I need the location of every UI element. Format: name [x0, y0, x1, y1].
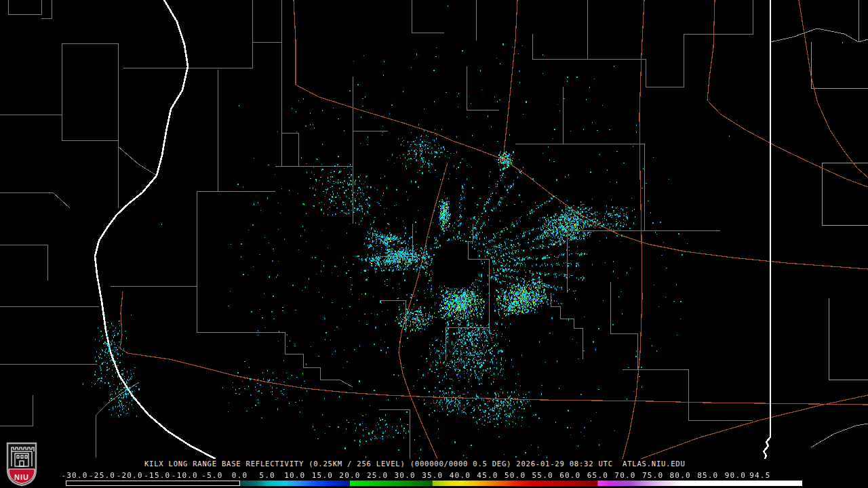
map-line	[285, 332, 353, 387]
map-line	[646, 0, 753, 87]
colorbar-gradient	[240, 481, 802, 486]
colorbar-tick-label: 35.0	[422, 471, 443, 480]
map-line	[399, 163, 448, 459]
colorbar-tick-label: -30.0	[61, 471, 87, 480]
map-line	[829, 298, 868, 380]
map-line	[799, 0, 868, 178]
map-line	[8, 0, 41, 14]
map-line	[811, 424, 868, 447]
map-line	[95, 0, 216, 459]
map-line	[610, 282, 637, 333]
map-line	[281, 133, 298, 166]
colorbar-tick-label: 45.0	[477, 471, 498, 480]
colorbar-tick-label: 20.0	[339, 471, 360, 480]
colorbar-tick-label: 15.0	[312, 471, 333, 480]
colorbar-tick-label: -15.0	[144, 471, 170, 480]
colorbar-tick-label: -10.0	[172, 471, 198, 480]
map-line	[623, 369, 753, 420]
colorbar-scale-labels: -30.0-25.0-20.0-15.0-10.0-5.00.05.010.01…	[0, 471, 868, 479]
map-line	[623, 0, 644, 459]
map-line	[770, 28, 868, 42]
colorbar-tick-label: 5.0	[259, 471, 275, 480]
map-line	[551, 293, 583, 359]
map-line	[120, 291, 868, 405]
map-line	[468, 224, 489, 259]
base-map	[0, 0, 868, 459]
map-line	[380, 300, 406, 332]
colorbar-tick-label: -20.0	[117, 471, 143, 480]
colorbar-tick-label: 75.0	[642, 471, 663, 480]
county-borders	[0, 0, 753, 459]
map-line	[0, 395, 33, 426]
map-line	[197, 286, 285, 332]
map-line	[811, 42, 868, 88]
colorbar-tick-label: -25.0	[89, 471, 115, 480]
highway-lines	[120, 0, 868, 459]
colorbar-tick-label: 40.0	[450, 471, 471, 480]
map-line	[118, 146, 157, 176]
colorbar-tick-label: 60.0	[559, 471, 580, 480]
colorbar-tick-label: 94.5	[749, 471, 770, 480]
map-line	[764, 0, 770, 459]
colorbar	[0, 481, 868, 487]
map-line	[96, 382, 139, 459]
map-line	[641, 395, 868, 459]
colorbar-tick-label: 70.0	[614, 471, 635, 480]
county-borders-indiana	[770, 0, 868, 447]
map-line	[380, 224, 412, 256]
colorbar-tick-label: 80.0	[670, 471, 691, 480]
colorbar-tick-label: 25.0	[367, 471, 388, 480]
map-line	[467, 66, 499, 110]
map-line	[0, 245, 47, 281]
map-line	[503, 0, 517, 159]
product-title: KILX LONG RANGE BASE REFLECTIVITY (0.25K…	[144, 460, 686, 468]
map-line	[707, 0, 868, 187]
colorbar-tick-label: 90.0	[725, 471, 746, 480]
colorbar-tick-label: 0.0	[232, 471, 248, 480]
map-line	[412, 0, 444, 33]
colorbar-tick-label: 55.0	[532, 471, 553, 480]
map-line	[123, 42, 281, 68]
colorbar-tick-label: 50.0	[505, 471, 526, 480]
colorbar-tick-label: -5.0	[201, 471, 222, 480]
colorbar-tick-label: 10.0	[284, 471, 305, 480]
radar-display: NIU KILX LONG RANGE BASE REFLECTIVITY (0…	[0, 0, 868, 488]
state-borders	[95, 0, 770, 459]
map-line	[41, 0, 52, 18]
map-line	[294, 0, 453, 141]
map-line	[0, 192, 70, 208]
colorbar-tick-label: 30.0	[395, 471, 416, 480]
colorbar-tick-label: 85.0	[697, 471, 718, 480]
colorbar-tick-label: 65.0	[587, 471, 608, 480]
colorbar-negative-range-box	[66, 481, 240, 486]
